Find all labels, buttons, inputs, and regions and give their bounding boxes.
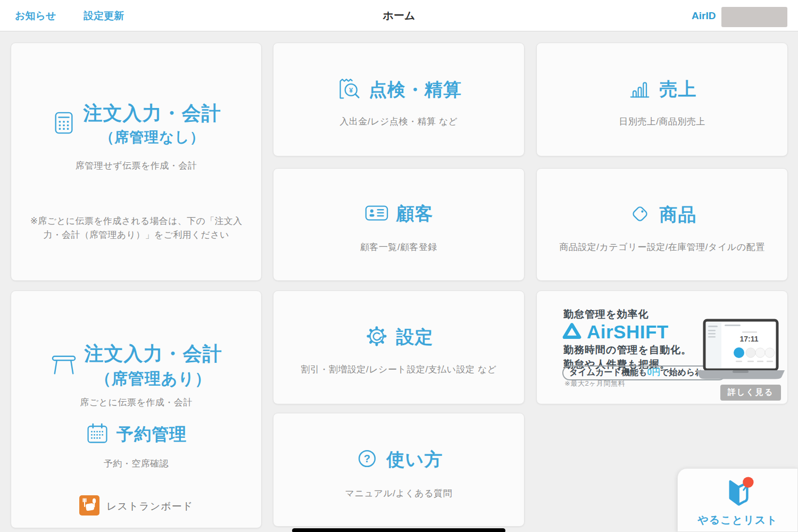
- card-products[interactable]: 商品 商品設定/カテゴリー設定/在庫管理/タイルの配置: [536, 168, 788, 281]
- card-description: 席ごとに伝票を作成・会計: [11, 396, 261, 409]
- airshift-footnote: ※最大2ヶ月間無料: [564, 379, 625, 388]
- airshift-logo-text: AirSHIFT: [587, 321, 669, 343]
- page-title: ホーム: [0, 0, 798, 31]
- card-description: マニュアル/よくある質問: [273, 487, 524, 500]
- airshift-copy-line1: 勤務時間の管理を自動化。: [563, 343, 692, 357]
- customer-id-card-icon: [364, 202, 389, 226]
- zero-yen-highlight: 0円: [647, 368, 660, 377]
- card-description: 商品設定/カテゴリー設定/在庫管理/タイルの配置: [537, 241, 787, 253]
- question-circle-icon: ?: [355, 446, 379, 473]
- card-sales[interactable]: 売上 日別売上/商品別売上: [536, 43, 788, 156]
- card-title: 使い方: [387, 447, 443, 472]
- gear-icon: [364, 324, 389, 351]
- card-settings[interactable]: 設定 割引・割増設定/レシート設定/支払い設定 など: [273, 290, 525, 404]
- air-id-label: AirID: [692, 0, 716, 31]
- bar-chart-icon: [628, 76, 652, 103]
- reservation-management-link[interactable]: 予約管理: [11, 422, 261, 447]
- air-id-account-chip[interactable]: [721, 7, 787, 27]
- card-description: 顧客一覧/顧客登録: [273, 241, 524, 253]
- top-bar: お知らせ 設定更新 ホーム AirID: [0, 0, 798, 31]
- card-description: 入出金/レジ点検・精算 など: [273, 115, 524, 128]
- card-description: 日別売上/商品別売上: [537, 115, 787, 128]
- card-title: 商品: [660, 203, 697, 227]
- card-order-entry-with-seat[interactable]: 注文入力・会計 （席管理あり） 席ごとに伝票を作成・会計 予約管理: [11, 290, 262, 528]
- home-indicator-handle[interactable]: [292, 528, 505, 532]
- price-tag-icon: [628, 202, 652, 228]
- card-description: 割引・割増設定/レシート設定/支払い設定 など: [273, 363, 524, 376]
- airshift-triangle-icon: [562, 322, 582, 343]
- card-description: 席管理せず伝票を作成・会計: [11, 160, 261, 172]
- yen-glyph: ¥: [349, 87, 353, 94]
- card-title: 売上: [660, 77, 697, 102]
- calendar-icon: [86, 422, 109, 447]
- card-title: 注文入力・会計: [85, 341, 222, 367]
- card-order-entry-no-seat[interactable]: 注文入力・会計 （席管理なし） 席管理せず伝票を作成・会計 ※席ごとに伝票を作成…: [11, 43, 262, 281]
- home-screen: お知らせ 設定更新 ホーム AirID 注文入力・会計 （席: [0, 0, 798, 532]
- card-customers[interactable]: 顧客 顧客一覧/顧客登録: [273, 168, 525, 281]
- airshift-headline: 勤怠管理を効率化: [563, 307, 649, 321]
- restaurant-board-label: レストランボード: [106, 500, 193, 513]
- reservation-title: 予約管理: [117, 423, 187, 446]
- restaurant-board-icon: [79, 495, 99, 518]
- stool-icon: [51, 353, 77, 378]
- airshift-logo: AirSHIFT: [562, 321, 669, 343]
- restaurant-board-link[interactable]: レストランボード: [11, 495, 261, 518]
- card-note: ※席ごとに伝票を作成される場合は、下の「注文入力・会計（席管理あり）」をご利用く…: [25, 214, 247, 243]
- todo-list-panel[interactable]: やることリスト: [677, 468, 798, 532]
- todo-list-label: やることリスト: [678, 513, 797, 527]
- card-title: 点検・精算: [369, 78, 462, 102]
- question-glyph: ?: [363, 453, 370, 464]
- card-subtitle: （席管理あり）: [95, 368, 211, 390]
- laptop-clock: 17:11: [739, 335, 758, 343]
- card-title: 顧客: [396, 202, 434, 226]
- todo-book-icon: [719, 475, 757, 510]
- airshift-details-button[interactable]: 詳しく見る: [720, 385, 781, 401]
- calculator-icon: [52, 111, 76, 137]
- receipt-magnifier-yen-icon: ¥: [336, 76, 361, 104]
- card-title: 設定: [396, 325, 434, 350]
- card-how-to-use[interactable]: ? 使い方 マニュアル/よくある質問: [273, 413, 525, 527]
- card-title: 注文入力・会計: [84, 101, 221, 127]
- card-airshift-ad[interactable]: 勤怠管理を効率化 AirSHIFT 勤務時間の管理を自動化。 勤怠や人件費も把握…: [536, 290, 788, 404]
- card-inspection-settlement[interactable]: ¥ 点検・精算 入出金/レジ点検・精算 など: [273, 43, 525, 156]
- laptop-image: 17:11: [695, 319, 786, 384]
- reservation-description: 予約・空席確認: [11, 458, 261, 470]
- card-subtitle: （席管理なし）: [99, 128, 204, 147]
